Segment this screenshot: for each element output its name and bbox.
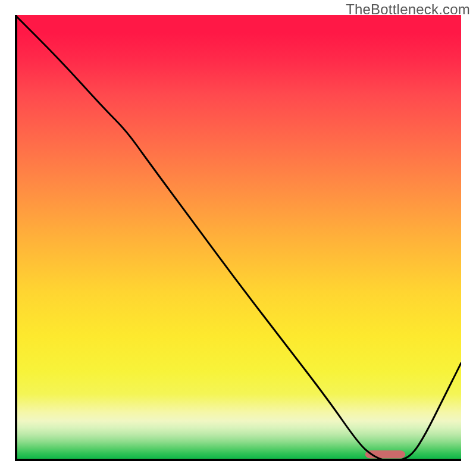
plot-area (15, 15, 461, 461)
bottleneck-chart: TheBottleneck.com (0, 0, 476, 476)
bottleneck-curve (15, 15, 461, 461)
watermark-text: TheBottleneck.com (346, 1, 470, 18)
curve-layer (15, 15, 461, 461)
